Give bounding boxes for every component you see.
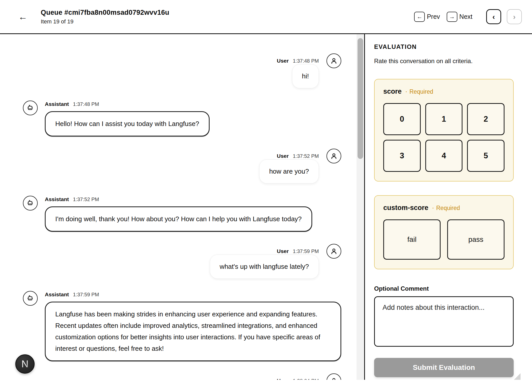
score-option-3[interactable]: 3 <box>383 140 421 172</box>
score-option-pass[interactable]: pass <box>447 219 504 260</box>
criterion-header: custom-score · Required <box>383 204 504 212</box>
criterion-name: custom-score <box>383 204 428 212</box>
queue-progress: Item 19 of 19 <box>41 18 169 25</box>
evaluation-panel: EVALUATION Rate this conversation on all… <box>365 34 532 380</box>
message-bubble-row: hi! <box>23 64 341 88</box>
required-label: Required <box>410 88 433 95</box>
robot-icon <box>26 104 34 112</box>
chat-scrollbar-thumb[interactable] <box>358 38 363 159</box>
message-author: Assistant <box>45 196 69 202</box>
user-avatar <box>326 373 341 380</box>
user-avatar <box>326 53 341 68</box>
message-bubble: what's up with langfuse lately? <box>210 255 319 279</box>
chat-message-assistant: Assistant 1:37:48 PM Hello! How can I as… <box>23 101 341 136</box>
message-author: User <box>277 153 289 159</box>
dot-icon: · <box>432 204 434 211</box>
prev-label: Prev <box>427 13 440 20</box>
criterion-header: score · Required <box>383 88 504 95</box>
prev-item-button[interactable]: ← Prev <box>414 12 440 22</box>
message-author: Assistant <box>45 101 69 107</box>
annotation-queue-app: ← Queue #cmi7fba8n00msad0792wvv16u Item … <box>0 0 532 392</box>
message-timestamp: 1:37:59 PM <box>293 248 319 254</box>
page-title: Queue #cmi7fba8n00msad0792wvv16u <box>41 9 169 17</box>
required-badge: · Required <box>432 204 460 212</box>
conversation-panel: User 1:37:48 PM hi! Assistant <box>0 34 357 380</box>
score-option-4[interactable]: 4 <box>425 140 463 172</box>
person-icon <box>330 152 338 160</box>
chevron-right-icon: › <box>513 12 516 21</box>
message-timestamp: 1:37:52 PM <box>73 197 99 202</box>
user-avatar <box>326 244 341 259</box>
message-timestamp: 1:37:52 PM <box>293 153 319 159</box>
assistant-avatar <box>23 291 38 306</box>
chat-message-assistant: Assistant 1:37:52 PM I'm doing well, tha… <box>23 196 341 232</box>
required-label: Required <box>436 205 460 212</box>
submit-evaluation-button[interactable]: Submit Evaluation <box>374 358 514 377</box>
person-icon <box>330 247 338 255</box>
message-timestamp: 1:37:59 PM <box>73 292 99 298</box>
robot-icon <box>26 199 34 207</box>
person-icon <box>330 377 338 380</box>
message-timestamp: 1:38:04 PM <box>293 378 319 380</box>
chat-message-assistant: Assistant 1:37:59 PM Langfuse has been m… <box>23 291 341 361</box>
chat-scrollbar-track[interactable] <box>357 34 364 380</box>
person-icon <box>330 57 338 65</box>
message-content: Assistant 1:37:59 PM Langfuse has been m… <box>45 291 341 361</box>
evaluation-heading: EVALUATION <box>374 43 514 50</box>
score-option-1[interactable]: 1 <box>425 103 463 135</box>
resize-grip-icon[interactable] <box>514 373 521 380</box>
message-header: User 1:38:04 PM <box>23 373 341 380</box>
arrow-right-icon: → <box>447 12 457 22</box>
next-item-button[interactable]: → Next <box>447 12 472 22</box>
required-badge: · Required <box>405 88 433 95</box>
comment-textarea[interactable] <box>374 296 514 347</box>
score-option-0[interactable]: 0 <box>383 103 421 135</box>
score-option-2[interactable]: 2 <box>467 103 504 135</box>
robot-icon <box>26 294 34 302</box>
chat-message-user: User 1:37:59 PM what's up with langfuse … <box>23 244 341 279</box>
dot-icon: · <box>405 88 407 95</box>
message-content: Assistant 1:37:48 PM Hello! How can I as… <box>45 101 341 136</box>
message-bubble-row: what's up with langfuse lately? <box>23 255 341 279</box>
header: ← Queue #cmi7fba8n00msad0792wvv16u Item … <box>0 0 532 34</box>
page-back-button[interactable]: ‹ <box>486 9 501 24</box>
score-option-5[interactable]: 5 <box>467 140 504 172</box>
message-bubble: I'm doing well, thank you! How about you… <box>45 206 312 232</box>
message-bubble: Hello! How can I assist you today with L… <box>45 111 210 136</box>
evaluation-subheading: Rate this conversation on all criteria. <box>374 58 514 65</box>
message-content: Assistant 1:37:52 PM I'm doing well, tha… <box>45 196 341 232</box>
arrow-left-icon: ← <box>414 12 425 22</box>
message-author: User <box>277 58 289 64</box>
header-actions: ← Prev → Next ‹ › <box>414 9 522 24</box>
score-option-fail[interactable]: fail <box>383 219 441 260</box>
criterion-options: failpass <box>383 219 504 260</box>
chat-message-user: User 1:37:48 PM hi! <box>23 53 341 88</box>
message-header: Assistant 1:37:52 PM <box>45 196 341 202</box>
chat-message-user: User 1:37:52 PM how are you? <box>23 149 341 184</box>
criterion-name: score <box>383 88 402 95</box>
assistant-avatar <box>23 196 38 211</box>
message-bubble: Langfuse has been making strides in enha… <box>45 302 341 361</box>
criterion-card: score · Required 012345 <box>374 79 514 181</box>
back-button[interactable]: ← <box>16 10 30 23</box>
message-bubble-row: how are you? <box>23 159 341 184</box>
optional-comment-label: Optional Comment <box>374 285 514 292</box>
criteria-list: score · Required 012345 custom-score · R… <box>374 79 514 269</box>
chat-message-user: User 1:38:04 PM <box>23 373 341 380</box>
main-content: User 1:37:48 PM hi! Assistant <box>0 34 532 380</box>
header-titles: Queue #cmi7fba8n00msad0792wvv16u Item 19… <box>41 9 169 25</box>
user-avatar <box>326 149 341 163</box>
next-label: Next <box>459 13 472 20</box>
message-header: Assistant 1:37:48 PM <box>45 101 341 107</box>
back-arrow-icon: ← <box>18 11 28 22</box>
message-bubble: how are you? <box>259 159 319 184</box>
message-author: Assistant <box>45 291 69 298</box>
pager-buttons: ‹ › <box>486 9 522 24</box>
page-forward-button[interactable]: › <box>507 9 522 24</box>
nextjs-dev-badge[interactable]: N <box>15 354 35 374</box>
message-author: User <box>277 248 289 254</box>
message-header: Assistant 1:37:59 PM <box>45 291 341 298</box>
message-bubble: hi! <box>292 64 319 88</box>
n-logo-icon: N <box>21 359 28 370</box>
chevron-left-icon: ‹ <box>493 12 495 21</box>
